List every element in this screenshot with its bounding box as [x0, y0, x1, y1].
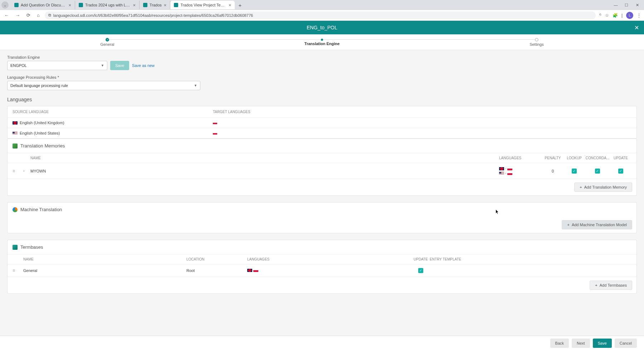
step-dot-icon: [535, 38, 538, 42]
tm-penalty: 0: [542, 169, 564, 173]
close-icon[interactable]: ×: [229, 3, 231, 8]
tb-location: Root: [186, 268, 247, 273]
step-general[interactable]: General: [0, 34, 215, 50]
save-engine-button[interactable]: Save: [110, 61, 129, 70]
close-icon[interactable]: ×: [133, 3, 136, 8]
drag-handle-icon[interactable]: ≡: [13, 169, 23, 174]
tab-bar: ⌄ Add Question Or Discussion - S × Trado…: [0, 0, 644, 10]
translation-memories-panel: Translation Memories NAME LANGUAGES PENA…: [7, 138, 637, 196]
engine-select[interactable]: ENGPOL ▼: [7, 61, 107, 70]
translate-icon[interactable]: ᴳ: [599, 13, 601, 18]
site-settings-icon[interactable]: ⧉: [48, 13, 51, 18]
panel-title: Translation Memories: [20, 143, 65, 149]
tb-name: General: [23, 268, 186, 273]
panel-header: Translation Memories: [8, 139, 636, 153]
tm-languages: › ›: [499, 167, 542, 175]
header-target: TARGET LANGUAGES: [213, 110, 250, 114]
expand-icon[interactable]: ›: [23, 169, 30, 173]
tab-3[interactable]: Trados View Project Template ×: [170, 1, 235, 9]
save-as-new-link[interactable]: Save as new: [132, 63, 155, 68]
tb-icon: [13, 245, 18, 250]
flag-pl-icon: [213, 133, 217, 135]
new-tab-button[interactable]: +: [235, 2, 245, 8]
add-mt-model-button[interactable]: + Add Machine Translation Model: [562, 220, 632, 229]
close-icon[interactable]: ×: [68, 3, 71, 8]
wizard-stepper: General Translation Engine Settings: [0, 34, 644, 50]
language-row: English (United States): [8, 128, 636, 138]
close-icon[interactable]: ✕: [634, 24, 639, 31]
panel-title: Machine Translation: [20, 207, 62, 212]
machine-translation-panel: Machine Translation + Add Machine Transl…: [7, 202, 637, 233]
select-value: ENGPOL: [10, 63, 27, 68]
tb-row: ≡ General Root ✓: [8, 264, 636, 277]
tm-icon: [13, 144, 18, 149]
tab-2[interactable]: Trados ×: [140, 1, 170, 9]
tab-title: Trados 2024 ugs with Languag: [85, 3, 131, 7]
field-label: Language Processing Rules *: [7, 75, 637, 79]
table-head: SOURCE LANGUAGE TARGET LANGUAGES: [8, 106, 636, 118]
header-location: LOCATION: [186, 257, 247, 261]
flag-us-icon: [499, 172, 504, 175]
maximize-icon[interactable]: ☐: [621, 3, 632, 8]
add-termbases-button[interactable]: + Add Termbases: [590, 281, 632, 290]
languages-table: SOURCE LANGUAGE TARGET LANGUAGES English…: [7, 106, 637, 138]
step-translation-engine[interactable]: Translation Engine: [215, 34, 429, 50]
step-settings[interactable]: Settings: [429, 34, 644, 50]
close-icon[interactable]: ×: [164, 3, 167, 8]
extensions-icon[interactable]: 🧩: [613, 13, 618, 18]
tab-title: Trados: [150, 3, 162, 7]
plus-icon: +: [567, 223, 569, 227]
add-translation-memory-button[interactable]: + Add Translation Memory: [574, 183, 632, 192]
content-area: Translation Engine ENGPOL ▼ Save Save as…: [0, 50, 644, 325]
header-entry-template: ENTRY TEMPLATE: [430, 257, 523, 261]
mt-icon: [13, 207, 18, 212]
rules-select[interactable]: Default language processing rule ▼: [7, 81, 200, 90]
flag-uk-icon: [247, 269, 252, 272]
step-label: Settings: [530, 42, 544, 47]
tm-name: MYOWN: [30, 169, 499, 173]
field-language-rules: Language Processing Rules * Default lang…: [7, 75, 637, 90]
drag-handle-icon[interactable]: ≡: [13, 268, 23, 273]
chevron-down-icon: ▼: [194, 84, 197, 87]
close-window-icon[interactable]: ✕: [632, 3, 643, 8]
tb-table-head: NAME LOCATION LANGUAGES UPDATE ENTRY TEM…: [8, 254, 636, 264]
avatar[interactable]: L: [626, 12, 633, 19]
panel-title: Termbases: [20, 244, 43, 250]
window-controls: — ☐ ✕: [610, 3, 643, 8]
menu-icon[interactable]: ⋮: [637, 13, 641, 18]
lookup-checkbox[interactable]: ✓: [572, 169, 577, 174]
concordance-checkbox[interactable]: ✓: [595, 169, 600, 174]
tab-1[interactable]: Trados 2024 ugs with Languag ×: [75, 1, 140, 9]
update-checkbox[interactable]: ✓: [618, 169, 623, 174]
favicon-icon: [14, 3, 19, 7]
step-label: Translation Engine: [304, 42, 340, 46]
tab-0[interactable]: Add Question Or Discussion - S ×: [11, 1, 75, 9]
favicon-icon: [174, 3, 178, 7]
url-field[interactable]: ⧉ languagecloud.sdl.com/lc/t/63b82e86f95…: [45, 11, 596, 19]
toolbar-right: ᴳ ☆ 🧩 | L ⋮: [599, 12, 641, 19]
header-name: NAME: [30, 156, 499, 160]
favicon-icon: [143, 3, 147, 7]
address-bar: ← → ⟳ ⌂ ⧉ languagecloud.sdl.com/lc/t/63b…: [0, 10, 644, 21]
header-languages: LANGUAGES: [499, 156, 542, 160]
back-icon[interactable]: ←: [3, 13, 10, 18]
source-language: English (United States): [20, 131, 60, 135]
header-source: SOURCE LANGUAGE: [13, 110, 213, 114]
tb-update-checkbox[interactable]: ✓: [418, 268, 423, 273]
reload-icon[interactable]: ⟳: [25, 13, 32, 18]
flag-pl-icon: [213, 123, 217, 124]
header-update: UPDATE: [412, 257, 430, 261]
languages-title: Languages: [7, 97, 637, 102]
flag-uk-icon: [13, 121, 18, 125]
header-lookup: LOOKUP: [564, 156, 585, 160]
field-label: Translation Engine: [7, 55, 637, 59]
browser-chrome: ⌄ Add Question Or Discussion - S × Trado…: [0, 0, 644, 21]
step-dot-icon: [106, 38, 109, 42]
tab-title: Trados View Project Template: [180, 3, 226, 7]
flag-uk-icon: [499, 167, 504, 170]
tab-search-icon[interactable]: ⌄: [1, 1, 9, 9]
forward-icon[interactable]: →: [14, 13, 21, 18]
minimize-icon[interactable]: —: [610, 3, 621, 8]
home-icon[interactable]: ⌂: [35, 13, 41, 18]
bookmark-icon[interactable]: ☆: [605, 13, 609, 18]
